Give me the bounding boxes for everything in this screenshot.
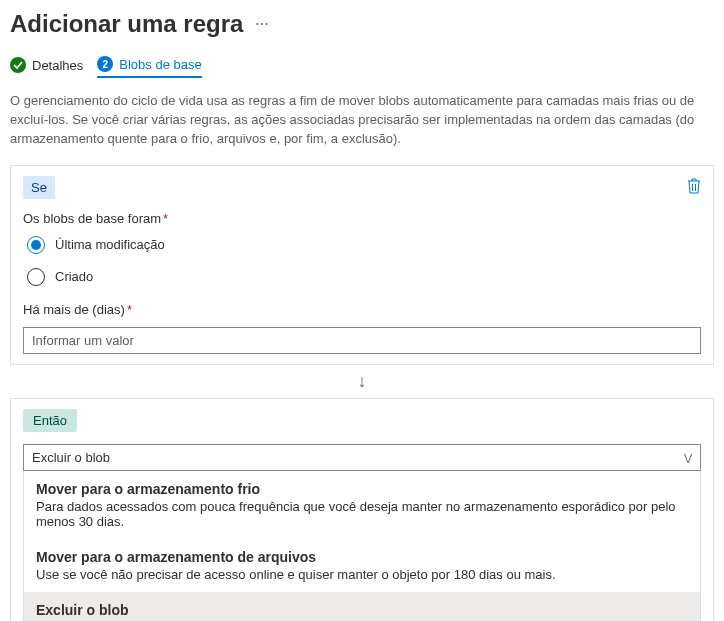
dropdown-option-cool[interactable]: Mover para o armazenamento frio Para dad… <box>24 471 700 539</box>
chevron-down-icon: ⋁ <box>684 452 692 463</box>
step-base-blobs-label: Blobs de base <box>119 57 201 72</box>
radio-last-modified[interactable]: Última modificação <box>27 236 701 254</box>
step-details-label: Detalhes <box>32 58 83 73</box>
radio-created-label: Criado <box>55 269 93 284</box>
delete-icon[interactable] <box>687 178 701 197</box>
dropdown-option-desc: Use se você não precisar de acesso onlin… <box>36 567 688 582</box>
radio-icon <box>27 236 45 254</box>
step-details[interactable]: Detalhes <box>10 56 83 78</box>
wizard-steps: Detalhes 2 Blobs de base <box>10 56 714 78</box>
dropdown-option-delete[interactable]: Excluir o blob Exclui o objeto de acordo… <box>24 592 700 621</box>
dropdown-option-archive[interactable]: Mover para o armazenamento de arquivos U… <box>24 539 700 592</box>
condition-label: Os blobs de base foram* <box>23 211 701 226</box>
dropdown-option-title: Excluir o blob <box>36 602 688 618</box>
action-select-value: Excluir o blob <box>32 450 110 465</box>
days-label: Há mais de (dias)* <box>23 302 701 317</box>
dropdown-option-desc: Para dados acessados com pouca frequênci… <box>36 499 688 529</box>
radio-created[interactable]: Criado <box>27 268 701 286</box>
if-tag: Se <box>23 176 55 199</box>
radio-last-modified-label: Última modificação <box>55 237 165 252</box>
if-panel: Se Os blobs de base foram* Última modifi… <box>10 165 714 365</box>
description-text: O gerenciamento do ciclo de vida usa as … <box>10 92 714 149</box>
days-input[interactable] <box>23 327 701 354</box>
action-select[interactable]: Excluir o blob ⋁ <box>23 444 701 471</box>
check-icon <box>10 57 26 73</box>
step-number-icon: 2 <box>97 56 113 72</box>
action-dropdown: Mover para o armazenamento frio Para dad… <box>23 471 701 621</box>
condition-radio-group: Última modificação Criado <box>27 236 701 286</box>
then-panel: Então Excluir o blob ⋁ Mover para o arma… <box>10 398 714 621</box>
dropdown-option-title: Mover para o armazenamento frio <box>36 481 688 497</box>
page-title: Adicionar uma regra <box>10 10 243 38</box>
radio-icon <box>27 268 45 286</box>
arrow-down-icon: ↓ <box>10 371 714 392</box>
step-base-blobs[interactable]: 2 Blobs de base <box>97 56 201 78</box>
then-tag: Então <box>23 409 77 432</box>
dropdown-option-title: Mover para o armazenamento de arquivos <box>36 549 688 565</box>
more-actions-icon[interactable]: ⋯ <box>255 16 270 32</box>
